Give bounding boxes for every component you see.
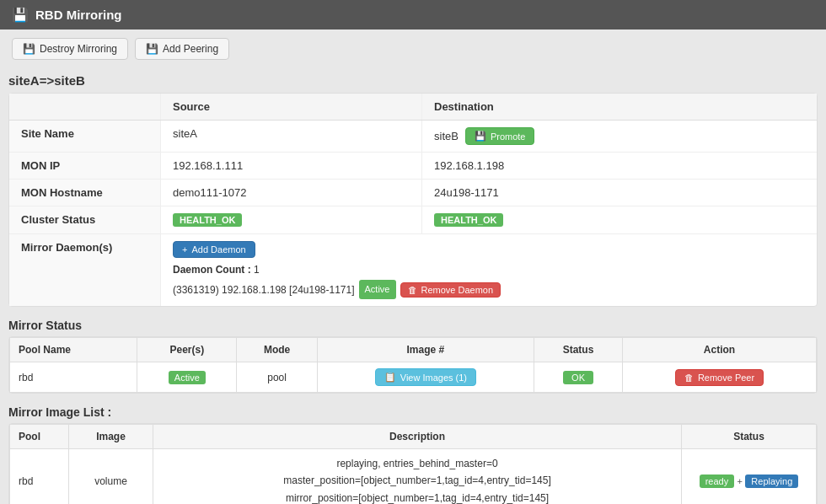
- col-description: Description: [153, 425, 682, 449]
- mirror-image-list-table: Pool Image Description Status rbd volume…: [9, 424, 817, 504]
- cluster-status-source: HEALTH_OK: [161, 206, 422, 233]
- peering-section: siteA=>siteB Source Destination Site Nam…: [8, 68, 818, 307]
- cluster-status-label: Cluster Status: [9, 206, 161, 233]
- mirror-image-list-row: rbd volume replaying, entries_behind_mas…: [10, 449, 817, 504]
- daemon-count-label: Daemon Count :: [173, 264, 251, 276]
- col-source-header: Source: [161, 94, 422, 120]
- remove-peer-button[interactable]: 🗑 Remove Peer: [675, 369, 764, 386]
- col-empty: [9, 94, 161, 120]
- site-name-source: siteA: [161, 121, 422, 152]
- mirror-daemons-label: Mirror Daemon(s): [9, 234, 161, 306]
- trash-peer-icon: 🗑: [684, 373, 694, 383]
- col-pool-name: Pool Name: [10, 338, 137, 362]
- col-peers: Peer(s): [137, 338, 237, 362]
- daemon-detail: (3361319) 192.168.1.198 [24u198-1171]: [173, 281, 355, 298]
- img-pool-cell: rbd: [10, 449, 69, 504]
- col-destination-header: Destination: [422, 94, 817, 120]
- img-status-cell: ready + Replaying: [682, 449, 817, 504]
- mirror-daemons-content: + Add Daemon Daemon Count : 1 (3361319) …: [161, 234, 817, 306]
- mirror-image-list-title: Mirror Image List :: [8, 402, 818, 423]
- mirror-status-header-row: Pool Name Peer(s) Mode Image # Status Ac…: [10, 338, 817, 362]
- col-image: Image: [69, 425, 153, 449]
- site-name-row: Site Name siteA siteB 💾 Promote: [9, 121, 817, 153]
- action-cell: 🗑 Remove Peer: [623, 362, 817, 393]
- col-pool: Pool: [10, 425, 69, 449]
- ready-badge: ready: [700, 475, 735, 488]
- daemon-info: Daemon Count : 1 (3361319) 192.168.1.198…: [173, 261, 805, 299]
- destination-health-badge: HEALTH_OK: [434, 213, 503, 227]
- mirror-status-title: Mirror Status: [8, 315, 818, 336]
- site-name-destination: siteB 💾 Promote: [422, 121, 817, 152]
- mirror-image-list-header-row: Pool Image Description Status: [10, 425, 817, 449]
- peering-section-title: siteA=>siteB: [8, 68, 818, 93]
- cluster-status-row: Cluster Status HEALTH_OK HEALTH_OK: [9, 206, 817, 234]
- mirror-image-list-section: Mirror Image List : Pool Image Descripti…: [8, 402, 818, 504]
- promote-icon: 💾: [475, 131, 486, 142]
- promote-button[interactable]: 💾 Promote: [465, 127, 535, 145]
- status-cell: OK: [534, 362, 623, 393]
- replaying-badge: Replaying: [745, 475, 798, 488]
- plus-icon: +: [182, 244, 187, 255]
- mon-ip-row: MON IP 192.168.1.111 192.168.1.198: [9, 153, 817, 180]
- add-peering-icon: 💾: [146, 43, 158, 55]
- cluster-status-destination: HEALTH_OK: [422, 206, 817, 233]
- mirror-status-data-row: rbd Active pool 📋 View Images (1) OK: [10, 362, 817, 393]
- hdd-icon: 💾: [12, 7, 29, 23]
- destroy-icon: 💾: [23, 43, 35, 55]
- mon-ip-label: MON IP: [9, 153, 161, 179]
- mon-hostname-row: MON Hostname demo111-1072 24u198-1171: [9, 180, 817, 206]
- peers-cell: Active: [137, 362, 237, 393]
- status-badge: OK: [563, 371, 593, 384]
- add-peering-button[interactable]: 💾 Add Peering: [135, 38, 229, 60]
- mon-hostname-source: demo111-1072: [161, 180, 422, 206]
- col-image-hash: Image #: [317, 338, 534, 362]
- daemon-status-badge: Active: [359, 280, 396, 299]
- destroy-mirroring-button[interactable]: 💾 Destroy Mirroring: [12, 38, 128, 60]
- site-name-label: Site Name: [9, 121, 161, 152]
- mirror-status-section: Mirror Status Pool Name Peer(s) Mode Ima…: [8, 315, 818, 394]
- view-images-button[interactable]: 📋 View Images (1): [375, 368, 476, 386]
- mode-cell: pool: [237, 362, 317, 393]
- add-daemon-button[interactable]: + Add Daemon: [173, 241, 255, 258]
- images-icon: 📋: [384, 372, 396, 383]
- page-title: RBD Mirroring: [35, 8, 122, 22]
- trash-icon: 🗑: [408, 285, 417, 295]
- source-health-badge: HEALTH_OK: [173, 213, 242, 227]
- col-status: Status: [534, 338, 623, 362]
- col-mode: Mode: [237, 338, 317, 362]
- mon-ip-source: 192.168.1.111: [161, 153, 422, 179]
- pool-name-cell: rbd: [10, 362, 137, 393]
- image-hash-cell: 📋 View Images (1): [317, 362, 534, 393]
- mirror-status-table: Pool Name Peer(s) Mode Image # Status Ac…: [9, 337, 817, 393]
- mon-ip-destination: 192.168.1.198: [422, 153, 817, 179]
- toolbar: 💾 Destroy Mirroring 💾 Add Peering: [0, 29, 826, 68]
- peers-badge: Active: [169, 371, 206, 384]
- img-description-cell: replaying, entries_behind_master=0 maste…: [153, 449, 682, 504]
- col-img-status: Status: [682, 425, 817, 449]
- img-image-cell: volume: [69, 449, 153, 504]
- mon-hostname-label: MON Hostname: [9, 180, 161, 206]
- page-header: 💾 RBD Mirroring: [0, 0, 826, 29]
- remove-daemon-button[interactable]: 🗑 Remove Daemon: [400, 282, 502, 298]
- column-headers: Source Destination: [9, 94, 817, 121]
- col-action: Action: [623, 338, 817, 362]
- mirror-daemons-row: Mirror Daemon(s) + Add Daemon Daemon Cou…: [9, 234, 817, 306]
- mon-hostname-destination: 24u198-1171: [422, 180, 817, 206]
